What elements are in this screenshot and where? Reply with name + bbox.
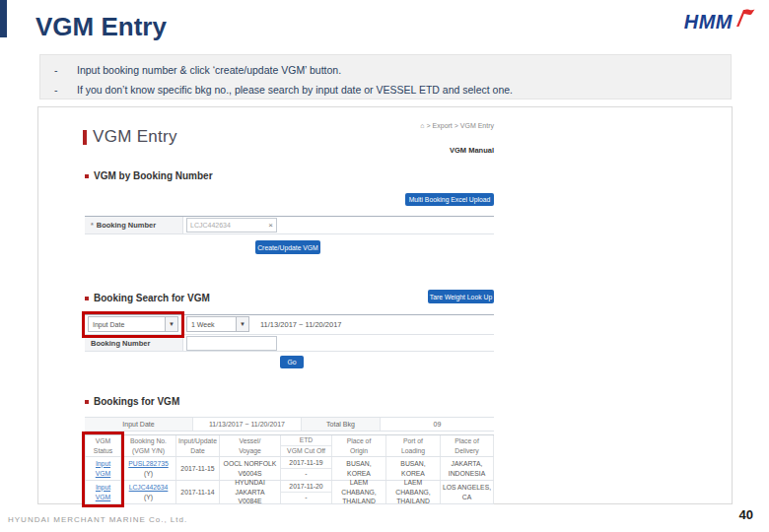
port-of-loading-cell: BUSAN, KOREA <box>386 457 441 480</box>
period-select[interactable]: 1 Week ▼ <box>186 316 249 332</box>
section-vgm-by-booking: VGM by Booking Number <box>85 170 213 181</box>
place-of-delivery-cell: LOS ANGELES, CA <box>441 481 494 503</box>
section-bullet-icon <box>85 174 89 178</box>
col-header-place-of-delivery: Place ofDelivery <box>441 435 494 456</box>
section-bookings-for-vgm: Bookings for VGM <box>85 396 179 407</box>
col-header-etd-vgm-cutoff: ETDVGM Cut Off <box>281 435 332 456</box>
page-number: 40 <box>739 507 753 522</box>
create-update-vgm-button[interactable]: Create/Update VGM <box>255 240 320 254</box>
col-header-booking-no: Booking No.(VGM Y/N) <box>121 435 176 456</box>
table-header-row: VGMStatus Booking No.(VGM Y/N) Input/Upd… <box>85 434 494 457</box>
place-of-origin-cell: LAEM CHABANG, THAILAND <box>332 481 386 503</box>
flag-icon <box>734 8 755 32</box>
company-footer: HYUNDAI MERCHANT MARINE Co., Ltd. <box>8 515 187 524</box>
booking-number-input[interactable]: LCJC442634 × <box>186 218 277 233</box>
input-update-date-cell: 2017-11-15 <box>176 457 220 480</box>
note-dash: - <box>54 60 62 80</box>
hmm-logo: HMM <box>684 8 755 32</box>
bookings-summary-row: Input Date 11/13/2017 ~ 11/20/2017 Total… <box>85 417 494 432</box>
section-bullet-icon <box>85 400 89 404</box>
instruction-notes: - Input booking number & click ‘create/u… <box>39 54 732 100</box>
period-value: 1 Week <box>191 321 215 328</box>
annotation-rect-input-date <box>82 311 184 338</box>
col-header-port-of-loading: Port ofLoading <box>386 435 441 456</box>
place-of-delivery-cell: JAKARTA, INDONESIA <box>441 457 494 480</box>
input-update-date-cell: 2017-11-14 <box>176 481 220 503</box>
shot-page-heading: VGM Entry <box>83 127 177 147</box>
page-title: VGM Entry <box>35 12 167 42</box>
slide-accent-bar <box>0 0 7 37</box>
required-mark: * <box>91 222 94 229</box>
annotation-rect-vgm-status <box>82 432 124 507</box>
table-row: Input VGM LCJC442634 (Y) 2017-11-14 HYUN… <box>85 481 494 504</box>
booking-no-link[interactable]: LCJC442634 <box>129 483 169 493</box>
etd-cell: 2017-11-19 - <box>281 457 332 480</box>
heading-accent-bar <box>83 130 87 145</box>
summary-date-range: 11/13/2017 ~ 11/20/2017 <box>193 418 302 431</box>
summary-total-value: 09 <box>381 418 494 431</box>
booking-number-value: LCJC442634 <box>190 222 231 229</box>
note-text: Input booking number & click ‘create/upd… <box>77 60 341 80</box>
vgm-manual-link[interactable]: VGM Manual <box>393 146 494 155</box>
booking-no-link[interactable]: PUSL282735 <box>128 459 168 469</box>
note-text: If you don’t know specific bkg no., plea… <box>77 80 513 100</box>
col-header-vessel-voyage: Vessel/Voyage <box>220 435 281 456</box>
section-bullet-icon <box>85 297 89 300</box>
col-header-place-of-origin: Place ofOrigin <box>332 435 386 456</box>
col-header-input-update-date: Input/UpdateDate <box>176 435 220 456</box>
vessel-voyage-cell: HYUNDAI JAKARTA V0084E <box>220 481 281 503</box>
booking-number-row: * Booking Number LCJC442634 × <box>85 216 494 234</box>
booking-no-cell: LCJC442634 (Y) <box>121 481 176 503</box>
booking-number-label: * Booking Number <box>85 217 183 233</box>
port-of-loading-cell: LAEM CHABANG, THAILAND <box>386 481 441 503</box>
note-line: - If you don’t know specific bkg no., pl… <box>54 80 731 100</box>
vessel-voyage-cell: OOCL NORFOLK V6004S <box>220 457 281 480</box>
summary-input-date-label: Input Date <box>85 418 193 431</box>
booking-no-cell: PUSL282735 (Y) <box>121 457 176 480</box>
clear-icon[interactable]: × <box>268 222 273 230</box>
tare-weight-look-up-button[interactable]: Tare Weight Look Up <box>428 290 494 303</box>
search-date-range: 11/13/2017 ~ 11/20/2017 <box>260 320 342 329</box>
slide: VGM Entry HMM - Input booking number & c… <box>0 0 769 532</box>
multi-booking-excel-upload-button[interactable]: Multi Booking Excel Upload <box>405 193 494 206</box>
bookings-table: VGMStatus Booking No.(VGM Y/N) Input/Upd… <box>85 434 494 504</box>
search-booking-input[interactable] <box>186 336 277 351</box>
breadcrumb-path: > Export > VGM Entry <box>427 122 494 129</box>
hmm-logo-text: HMM <box>684 12 733 32</box>
summary-total-label: Total Bkg <box>302 418 381 431</box>
home-icon[interactable]: ⌂ <box>420 122 424 129</box>
note-dash: - <box>54 80 62 100</box>
etd-cell: 2017-11-20 - <box>281 481 332 503</box>
chevron-down-icon: ▼ <box>236 317 248 331</box>
note-line: - Input booking number & click ‘create/u… <box>54 60 731 80</box>
go-button[interactable]: Go <box>280 356 304 368</box>
section-booking-search: Booking Search for VGM <box>85 293 210 303</box>
screenshot-panel: VGM Entry ⌂ > Export > VGM Entry VGM Man… <box>37 106 733 504</box>
place-of-origin-cell: BUSAN, KOREA <box>332 457 386 480</box>
breadcrumb[interactable]: ⌂ > Export > VGM Entry <box>393 122 494 129</box>
